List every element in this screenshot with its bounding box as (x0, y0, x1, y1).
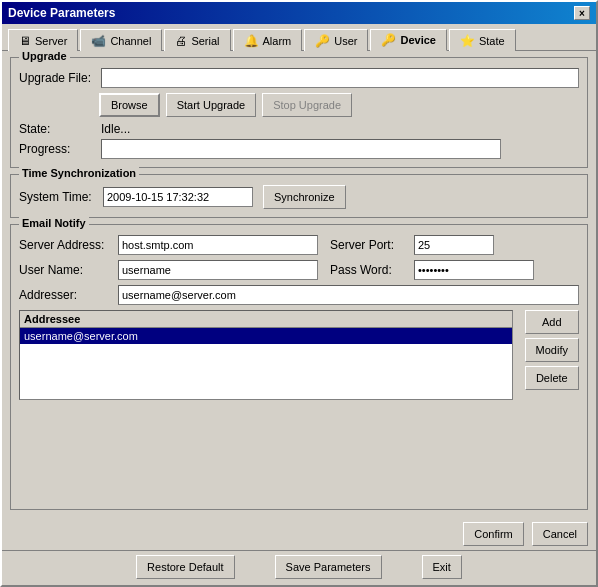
server-port-label: Server Port: (330, 238, 410, 252)
save-parameters-button[interactable]: Save Parameters (275, 555, 382, 579)
addressee-list[interactable]: Addressee username@server.com (19, 310, 513, 400)
upgrade-file-label: Upgrade File: (19, 71, 95, 85)
server-address-row: Server Address: Server Port: (19, 235, 579, 255)
tab-serial[interactable]: 🖨 Serial (164, 29, 230, 51)
device-icon: 🔑 (381, 33, 396, 47)
list-item[interactable]: username@server.com (20, 328, 512, 344)
email-notify-group: Email Notify Server Address: Server Port… (10, 224, 588, 510)
tab-server[interactable]: 🖥 Server (8, 29, 78, 51)
system-time-label: System Time: (19, 190, 99, 204)
server-address-label: Server Address: (19, 238, 114, 252)
progress-label: Progress: (19, 142, 95, 156)
email-notify-group-label: Email Notify (19, 217, 89, 229)
addresser-row: Addresser: (19, 285, 579, 305)
state-label: State: (19, 122, 95, 136)
pass-word-input[interactable] (414, 260, 534, 280)
device-parameters-window: Device Parameters × 🖥 Server 📹 Channel 🖨… (0, 0, 598, 587)
delete-button[interactable]: Delete (525, 366, 579, 390)
title-bar-buttons: × (574, 6, 590, 20)
user-name-row: User Name: Pass Word: (19, 260, 579, 280)
restore-default-button[interactable]: Restore Default (136, 555, 234, 579)
progress-input (101, 139, 501, 159)
addressee-section: Addressee username@server.com Add Modify… (19, 310, 579, 400)
tab-channel[interactable]: 📹 Channel (80, 29, 162, 51)
synchronize-button[interactable]: Synchronize (263, 185, 346, 209)
upgrade-buttons-row: Browse Start Upgrade Stop Upgrade (19, 93, 579, 117)
serial-icon: 🖨 (175, 34, 187, 48)
pass-word-label: Pass Word: (330, 263, 410, 277)
server-icon: 🖥 (19, 34, 31, 48)
state-value: Idle... (101, 122, 130, 136)
server-address-input[interactable] (118, 235, 318, 255)
stop-upgrade-button[interactable]: Stop Upgrade (262, 93, 352, 117)
upgrade-file-input[interactable] (101, 68, 579, 88)
server-port-input[interactable] (414, 235, 494, 255)
user-name-label: User Name: (19, 263, 114, 277)
start-upgrade-button[interactable]: Start Upgrade (166, 93, 256, 117)
modify-button[interactable]: Modify (525, 338, 579, 362)
confirm-button[interactable]: Confirm (463, 522, 524, 546)
tab-alarm[interactable]: 🔔 Alarm (233, 29, 303, 51)
addresser-label: Addresser: (19, 288, 114, 302)
state-row: State: Idle... (19, 122, 579, 136)
tab-state[interactable]: ⭐ State (449, 29, 516, 51)
side-buttons: Add Modify Delete (525, 310, 579, 400)
addressee-list-container: Addressee username@server.com (19, 310, 513, 400)
content-area: Upgrade Upgrade File: Browse Start Upgra… (2, 50, 596, 516)
browse-button[interactable]: Browse (99, 93, 160, 117)
title-bar: Device Parameters × (2, 2, 596, 24)
user-icon: 🔑 (315, 34, 330, 48)
upgrade-group-label: Upgrade (19, 50, 70, 62)
tabs-bar: 🖥 Server 📹 Channel 🖨 Serial 🔔 Alarm 🔑 Us… (2, 24, 596, 50)
close-button[interactable]: × (574, 6, 590, 20)
upgrade-group: Upgrade Upgrade File: Browse Start Upgra… (10, 57, 588, 168)
channel-icon: 📹 (91, 34, 106, 48)
alarm-icon: 🔔 (244, 34, 259, 48)
time-sync-group: Time Synchronization System Time: Synchr… (10, 174, 588, 218)
upgrade-file-row: Upgrade File: (19, 68, 579, 88)
cancel-button[interactable]: Cancel (532, 522, 588, 546)
addresser-input[interactable] (118, 285, 579, 305)
time-sync-group-label: Time Synchronization (19, 167, 139, 179)
tab-device[interactable]: 🔑 Device (370, 29, 446, 51)
window-title: Device Parameters (8, 6, 115, 20)
addressee-column-header: Addressee (20, 311, 512, 328)
footer-bar: Restore Default Save Parameters Exit (2, 550, 596, 585)
bottom-bar: Confirm Cancel (2, 516, 596, 550)
state-icon: ⭐ (460, 34, 475, 48)
progress-row: Progress: (19, 139, 579, 159)
time-sync-row: System Time: Synchronize (19, 185, 579, 209)
exit-button[interactable]: Exit (422, 555, 462, 579)
add-button[interactable]: Add (525, 310, 579, 334)
system-time-input[interactable] (103, 187, 253, 207)
user-name-input[interactable] (118, 260, 318, 280)
tab-user[interactable]: 🔑 User (304, 29, 368, 51)
